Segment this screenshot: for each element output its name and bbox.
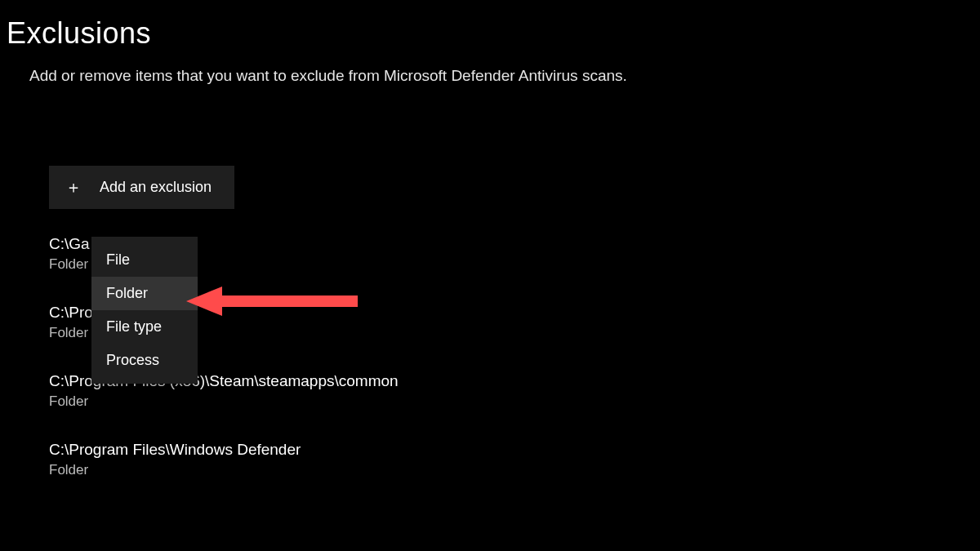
menu-item-process[interactable]: Process [91, 344, 198, 377]
menu-item-file-type[interactable]: File type [91, 310, 198, 344]
exclusion-type: Folder [49, 462, 980, 478]
exclusion-type-menu: File Folder File type Process [91, 237, 198, 384]
exclusion-item[interactable]: C:\Program Files\Windows Defender Folder [49, 441, 980, 478]
plus-icon: ＋ [65, 179, 82, 195]
exclusion-path: C:\Program Files\Windows Defender [49, 441, 980, 459]
page-title: Exclusions [7, 16, 980, 51]
add-exclusion-button[interactable]: ＋ Add an exclusion [49, 166, 234, 209]
menu-item-folder[interactable]: Folder [91, 277, 198, 310]
menu-item-file[interactable]: File [91, 243, 198, 277]
exclusion-type: Folder [49, 393, 980, 410]
page-subtitle: Add or remove items that you want to exc… [29, 65, 980, 87]
add-exclusion-label: Add an exclusion [100, 179, 212, 196]
